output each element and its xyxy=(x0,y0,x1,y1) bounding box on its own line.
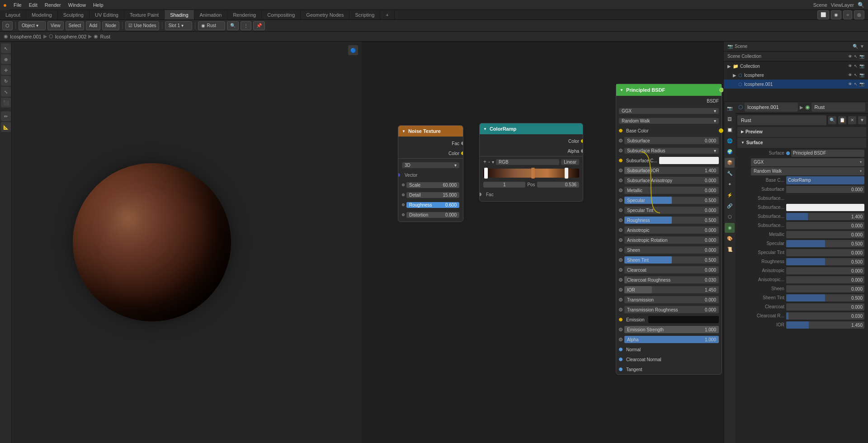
render-mode-btn[interactable]: ◉ xyxy=(831,10,841,19)
mat-filter-btn[interactable]: ▼ xyxy=(858,116,866,124)
material-dropdown[interactable]: ◉ Rust xyxy=(198,21,225,30)
fac-socket[interactable] xyxy=(461,141,463,145)
transform-btn[interactable]: ⬛ xyxy=(1,98,11,108)
sht-socket[interactable] xyxy=(619,258,623,262)
tab-sculpting[interactable]: Sculpting xyxy=(58,10,90,19)
ar-bar[interactable]: Anisotropic Rotation 0.000 xyxy=(624,236,719,244)
vector-socket[interactable] xyxy=(398,173,400,177)
cr-stop-pos[interactable]: 0.536 xyxy=(537,182,579,188)
mat-name-display[interactable]: Rust xyxy=(737,115,826,125)
tab-modeling[interactable]: Modeling xyxy=(26,10,58,19)
detail-field[interactable]: Detail 15.000 xyxy=(406,192,459,198)
prop-physics-icon-btn[interactable]: ⚡ xyxy=(725,190,735,200)
sr-socket[interactable] xyxy=(619,149,623,152)
rough-bar[interactable]: Roughness 0.500 xyxy=(624,217,719,224)
base-color-connected[interactable] xyxy=(719,128,723,133)
cr-color-socket[interactable] xyxy=(581,139,583,143)
sa-row[interactable]: Subsurface Anisotropy 0.000 xyxy=(616,175,722,185)
tr-bar[interactable]: Transmission Roughness 0.000 xyxy=(624,306,719,313)
search-icon[interactable]: 🔍 xyxy=(858,2,864,8)
bsdf-output-socket[interactable] xyxy=(719,88,723,92)
prop-aniso2-bar[interactable]: 0.000 xyxy=(786,267,864,274)
dimension-dropdown[interactable]: 3D ▾ xyxy=(402,162,459,168)
prop-sior-bar[interactable]: 1.400 xyxy=(786,213,864,220)
subsurface-ior-row[interactable]: Subsurface IOR 1.400 xyxy=(616,165,722,175)
noise-fac-output[interactable]: Fac xyxy=(398,138,463,148)
spec-tint-row[interactable]: Specular Tint 0.000 xyxy=(616,205,722,215)
use-nodes-checkbox[interactable]: ☑ Use Nodes xyxy=(125,21,159,30)
tan-row[interactable]: Tangent xyxy=(616,364,722,374)
prop-render-icon-btn[interactable]: 📷 xyxy=(725,104,735,113)
slot-dropdown[interactable]: Slot 1 ▾ xyxy=(165,21,192,30)
color-ramp-header[interactable]: ▼ ColorRamp xyxy=(480,123,583,134)
cr-flip-btn[interactable]: ▾ xyxy=(492,160,494,165)
view-btn[interactable]: View xyxy=(47,21,64,30)
distribution-row[interactable]: GGX ▾ xyxy=(616,106,722,116)
cn-row[interactable]: Clearcoat Normal xyxy=(616,354,722,364)
select-btn[interactable]: Select xyxy=(66,21,85,30)
sheen-socket[interactable] xyxy=(619,248,623,252)
es-socket[interactable] xyxy=(619,328,623,331)
cr-remove-btn[interactable]: - xyxy=(488,159,490,165)
rough-socket[interactable] xyxy=(619,218,623,222)
prop-scene-icon-btn[interactable]: 🌐 xyxy=(725,136,735,146)
prop-spec2-bar[interactable]: 0.500 xyxy=(786,240,864,247)
ior-socket[interactable] xyxy=(619,288,623,292)
cc-socket[interactable] xyxy=(619,268,623,272)
object-type-dropdown[interactable]: Object ▾ xyxy=(19,21,46,30)
viewport-area[interactable]: ↖ ⊕ ✛ ↻ ⤡ ⬛ ✏ 📐 🔵 xyxy=(0,42,362,443)
principled-bsdf-header[interactable]: ▼ Principled BSDF xyxy=(616,84,722,96)
menu-file[interactable]: File xyxy=(10,0,25,9)
trans-bar[interactable]: Transmission 0.000 xyxy=(624,296,719,303)
sa-socket[interactable] xyxy=(619,179,623,182)
subsurface-radius-dropdown[interactable]: Subsurface Radius ▾ xyxy=(624,148,719,154)
annotate-btn[interactable]: ✏ xyxy=(1,111,11,121)
tab-uv-editing[interactable]: UV Editing xyxy=(90,10,124,19)
cr-rgb-dropdown[interactable]: RGB xyxy=(496,159,559,165)
noise-texture-header[interactable]: ▼ Noise Texture xyxy=(398,126,463,137)
roughness-field[interactable]: Roughness 0.600 xyxy=(406,202,459,208)
cr-alpha-socket[interactable] xyxy=(581,149,583,153)
alph-socket[interactable] xyxy=(619,338,623,341)
norm-socket[interactable] xyxy=(619,348,623,351)
rough-row[interactable]: Roughness 0.500 xyxy=(616,215,722,225)
select-tool-btn[interactable]: ↖ xyxy=(1,43,11,53)
roughness-row[interactable]: Roughness 0.600 xyxy=(398,200,463,210)
ar-socket[interactable] xyxy=(619,238,623,242)
node-btn[interactable]: Node xyxy=(102,21,119,30)
prop-ar2-bar[interactable]: 0.000 xyxy=(786,276,864,283)
aniso-socket[interactable] xyxy=(619,228,623,232)
prop-output-icon-btn[interactable]: 🖼 xyxy=(725,114,735,124)
tab-texture-paint[interactable]: Texture Paint xyxy=(124,10,165,19)
prop-ggx-dropdown[interactable]: GGX ▾ xyxy=(751,158,864,166)
subsurface-method-dropdown[interactable]: Random Walk ▾ xyxy=(619,118,719,124)
pin-btn[interactable]: 📌 xyxy=(253,21,265,30)
prop-sub-bar[interactable]: 0.000 xyxy=(786,186,864,193)
menu-edit[interactable]: Edit xyxy=(25,0,41,9)
prop-sc-white[interactable] xyxy=(786,204,864,211)
prop-modifier-icon-btn[interactable]: 🔧 xyxy=(725,169,735,179)
prop-view-layer-icon-btn[interactable]: 🔲 xyxy=(725,125,735,135)
trans-row[interactable]: Transmission 0.000 xyxy=(616,295,722,305)
prop-scripting-icon-btn[interactable]: 📜 xyxy=(725,245,735,254)
coll-eye-icon[interactable]: 👁 xyxy=(848,64,852,68)
spec-socket[interactable] xyxy=(619,198,623,202)
scale-field[interactable]: Scale 60.000 xyxy=(406,182,459,188)
ico-eye-icon[interactable]: 👁 xyxy=(848,73,852,77)
base-color-socket[interactable] xyxy=(619,129,623,132)
surface-section-header[interactable]: ▼ Surface xyxy=(737,138,866,148)
subsurface-method-row[interactable]: Random Walk ▾ xyxy=(616,116,722,126)
es-bar[interactable]: Emission Strength 1.000 xyxy=(624,326,719,333)
measure-btn[interactable]: 📐 xyxy=(1,122,11,132)
viewport-mode-btn[interactable]: ⬜ xyxy=(817,10,829,19)
move-btn[interactable]: ✛ xyxy=(1,65,11,75)
cc-bar[interactable]: Clearcoat 0.000 xyxy=(624,266,719,273)
prop-object-icon-btn[interactable]: 📦 xyxy=(725,158,735,168)
material-browse-btn[interactable]: 🔍 xyxy=(227,21,239,30)
tab-shading[interactable]: Shading xyxy=(165,10,194,19)
menu-help[interactable]: Help xyxy=(90,0,107,9)
breadcrumb-rust[interactable]: Rust xyxy=(100,34,110,39)
color-socket[interactable] xyxy=(461,151,463,155)
ccr-row[interactable]: Clearcoat Roughness 0.030 xyxy=(616,275,722,285)
scale-row[interactable]: Scale 60.000 xyxy=(398,180,463,190)
